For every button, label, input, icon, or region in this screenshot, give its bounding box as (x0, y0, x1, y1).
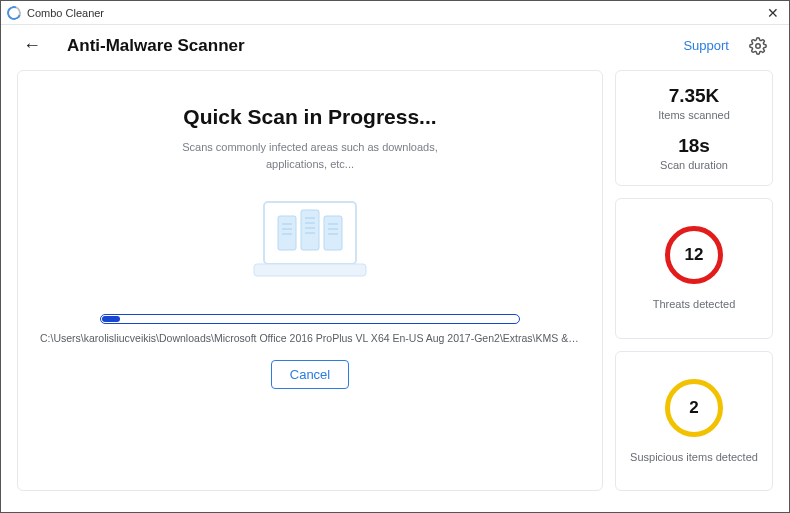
gear-icon[interactable] (749, 37, 767, 55)
threats-value: 12 (685, 245, 704, 265)
svg-rect-3 (278, 216, 296, 250)
suspicious-ring-icon: 2 (665, 379, 723, 437)
threats-ring-icon: 12 (665, 226, 723, 284)
header: ← Anti-Malware Scanner Support (1, 25, 789, 70)
suspicious-label: Suspicious items detected (630, 451, 758, 463)
suspicious-card: 2 Suspicious items detected (615, 351, 773, 492)
scan-subtitle: Scans commonly infected areas such as do… (160, 139, 460, 172)
window-title: Combo Cleaner (27, 7, 104, 19)
threats-label: Threats detected (653, 298, 736, 310)
page-title: Anti-Malware Scanner (67, 36, 245, 56)
support-link[interactable]: Support (683, 38, 729, 53)
scan-main-card: Quick Scan in Progress... Scans commonly… (17, 70, 603, 491)
suspicious-value: 2 (689, 398, 698, 418)
items-scanned-value: 7.35K (658, 85, 730, 107)
scan-progress-fill (102, 316, 120, 322)
close-icon[interactable]: ✕ (763, 5, 783, 21)
scan-duration-value: 18s (660, 135, 728, 157)
cancel-button[interactable]: Cancel (271, 360, 349, 389)
scan-current-path: C:\Users\karolisliucveikis\Downloads\Mic… (40, 332, 580, 344)
scan-title: Quick Scan in Progress... (183, 105, 436, 129)
scan-progress-bar (100, 314, 520, 324)
threats-card: 12 Threats detected (615, 198, 773, 339)
svg-rect-4 (301, 210, 319, 250)
laptop-scan-icon (250, 196, 370, 284)
scan-duration-label: Scan duration (660, 159, 728, 171)
titlebar: Combo Cleaner ✕ (1, 1, 789, 25)
app-logo-icon (5, 3, 24, 22)
back-arrow-icon[interactable]: ← (23, 35, 41, 56)
svg-rect-5 (324, 216, 342, 250)
items-scanned-label: Items scanned (658, 109, 730, 121)
svg-point-0 (756, 43, 761, 48)
stats-card: 7.35K Items scanned 18s Scan duration (615, 70, 773, 186)
svg-rect-2 (254, 264, 366, 276)
